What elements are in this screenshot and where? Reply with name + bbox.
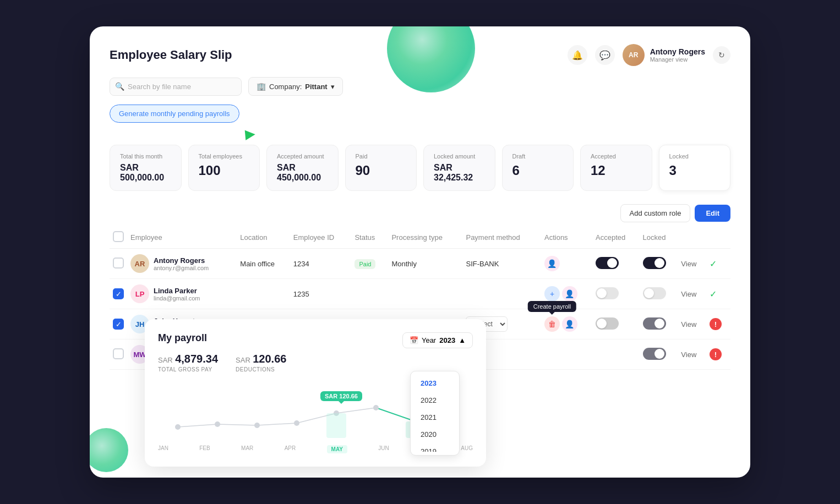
stat-draft: Draft 6	[502, 145, 574, 191]
add-custom-role-button[interactable]: Add custom role	[620, 204, 691, 222]
select-all-checkbox[interactable]	[113, 231, 124, 242]
month-may: MAY	[327, 445, 347, 453]
svg-point-0	[175, 424, 181, 430]
year-option-2022[interactable]: 2022	[411, 392, 459, 409]
svg-point-3	[294, 420, 299, 426]
accepted-toggle-cell	[592, 279, 640, 309]
stat-paid: Paid 90	[345, 145, 417, 191]
location-cell: Main office	[237, 249, 290, 279]
row-status-icon-cell: ✓	[706, 249, 730, 279]
search-input[interactable]	[110, 78, 242, 96]
accepted-toggle[interactable]	[596, 257, 619, 269]
company-select[interactable]: 🏢 Company: Pittant ▾	[248, 77, 343, 96]
row-checkbox[interactable]: ✓	[113, 288, 124, 299]
view-link[interactable]: View	[681, 320, 696, 328]
add-action-icon[interactable]: +	[544, 286, 560, 302]
company-label: Company:	[269, 83, 302, 91]
delete-action-icon[interactable]: 🗑	[544, 316, 560, 332]
status-cell: Paid	[351, 249, 388, 279]
company-name: Pittant	[305, 83, 327, 91]
employee-cell: LP Linda Parker linda@gmail.com	[127, 279, 237, 309]
user-role: Manager view	[650, 56, 705, 63]
stat-value-7: 3	[669, 163, 721, 178]
chat-button[interactable]: 💬	[595, 45, 615, 65]
alert-icon: !	[710, 318, 722, 330]
stat-label-0: Total this month	[120, 153, 171, 160]
year-option-2019[interactable]: 2019	[411, 443, 459, 452]
chat-icon: 💬	[599, 50, 610, 61]
stat-value-5: 6	[512, 163, 564, 178]
year-option-2021[interactable]: 2021	[411, 409, 459, 426]
user-action-icon-3[interactable]: 👤	[562, 316, 577, 332]
page-title: Employee Salary Slip	[110, 48, 232, 62]
stat-value-4: SAR 32,425.32	[434, 163, 485, 183]
stat-accepted-amount: Accepted amount SAR 450,000.00	[266, 145, 339, 191]
view-cell: View	[678, 279, 706, 309]
employee-cell: AR Antony Rogers antony.r@gmail.com	[127, 249, 237, 279]
payment-method-cell: SIF-BANK	[462, 249, 541, 279]
actions-cell: 👤	[541, 249, 592, 279]
row-checkbox-cell: ✓	[110, 309, 127, 339]
locked-toggle[interactable]	[643, 317, 666, 330]
row-checkbox-cell	[110, 249, 127, 279]
col-employee: Employee	[127, 227, 237, 249]
accepted-toggle[interactable]	[596, 287, 619, 299]
edit-button[interactable]: Edit	[695, 205, 730, 222]
generate-monthly-button[interactable]: Generate monthly pending payrolls	[110, 105, 239, 123]
locked-toggle[interactable]	[643, 348, 666, 360]
svg-point-5	[373, 405, 379, 410]
row-checkbox[interactable]	[113, 258, 124, 269]
employee-id-cell: 1235	[290, 279, 352, 309]
row-checkbox[interactable]: ✓	[113, 319, 124, 330]
header: Employee Salary Slip 🔔 💬 AR Antony Roger…	[110, 44, 730, 66]
employee-details: Antony Rogers antony.r@gmail.com	[154, 256, 209, 271]
user-info: AR Antony Rogers Manager view	[623, 44, 705, 66]
create-payroll-tooltip: Create payroll	[528, 301, 576, 312]
bell-icon: 🔔	[572, 50, 583, 61]
search-icon: 🔍	[115, 82, 124, 91]
locked-toggle[interactable]	[643, 287, 666, 299]
refresh-button[interactable]: ↻	[713, 46, 730, 64]
col-employee-id: Employee ID	[290, 227, 352, 249]
accepted-toggle[interactable]	[596, 317, 619, 330]
row-checkbox[interactable]	[113, 348, 124, 359]
refresh-icon: ↻	[718, 51, 725, 59]
locked-toggle-cell	[640, 339, 678, 370]
view-cell: View	[678, 339, 706, 370]
bell-button[interactable]: 🔔	[568, 45, 587, 65]
stat-label-6: Accepted	[591, 153, 642, 160]
employee-email: antony.r@gmail.com	[154, 265, 209, 271]
year-option-2023[interactable]: 2023	[411, 375, 459, 392]
stat-label-3: Paid	[356, 153, 407, 160]
payroll-panel: My payroll SAR 4,879.34 TOTAL GROSS PAY …	[145, 319, 486, 467]
search-row: 🔍 🏢 Company: Pittant ▾	[110, 77, 730, 96]
view-link[interactable]: View	[681, 290, 696, 298]
chevron-down-icon: ▾	[331, 83, 335, 91]
deductions-label: DEDUCTIONS	[236, 366, 286, 372]
col-payment-method: Payment method	[462, 227, 541, 249]
stat-label-7: Locked	[669, 153, 721, 160]
main-card: Employee Salary Slip 🔔 💬 AR Antony Roger…	[90, 26, 750, 478]
col-status: Status	[351, 227, 388, 249]
view-link[interactable]: View	[681, 350, 696, 359]
generate-btn-wrapper: Generate monthly pending payrolls ▶	[110, 105, 239, 134]
actions-cell: Create payroll 🗑 👤	[541, 309, 592, 339]
col-checkbox	[110, 227, 127, 249]
year-selector-wrapper: 📅 Year 2023 ▲ 2023 2022 2021 2020 2019	[402, 332, 473, 348]
col-processing-type: Processing type	[388, 227, 462, 249]
year-option-2020[interactable]: 2020	[411, 426, 459, 443]
user-action-icon-2[interactable]: 👤	[562, 286, 577, 302]
stat-value-6: 12	[591, 163, 642, 178]
search-wrapper: 🔍	[110, 78, 242, 96]
gross-pay-value: SAR 4,879.34	[158, 353, 218, 365]
user-action-icon[interactable]: 👤	[544, 256, 560, 271]
col-view	[678, 227, 706, 249]
locked-toggle-cell	[640, 309, 678, 339]
building-icon: 🏢	[257, 82, 266, 91]
stat-label-4: Locked amount	[434, 153, 485, 160]
employee-avatar: AR	[130, 254, 149, 273]
row-status-icon-cell: !	[706, 309, 730, 339]
year-selector-button[interactable]: 📅 Year 2023 ▲	[402, 332, 473, 348]
locked-toggle[interactable]	[643, 257, 666, 269]
view-link[interactable]: View	[681, 260, 696, 268]
